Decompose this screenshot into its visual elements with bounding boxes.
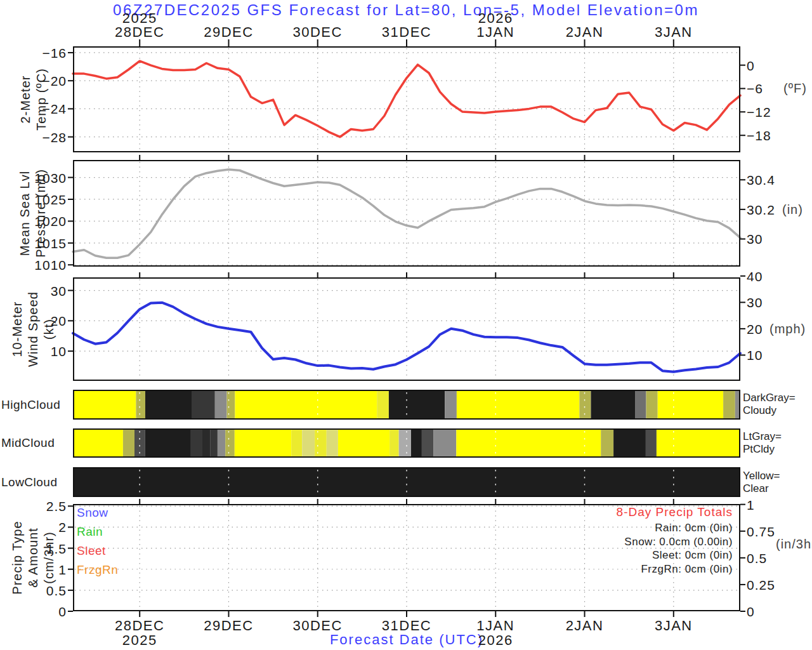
bottom-date-label: 31DEC	[382, 618, 431, 634]
bottom-date-label: 3JAN	[655, 618, 693, 634]
press-ytick-label: 1020	[17, 215, 67, 228]
wind-ytick-label: 30	[17, 284, 67, 297]
press-right-tick-label: 30.2	[747, 202, 775, 216]
cloud-legend-clear: Yellow= Clear	[743, 470, 780, 495]
top-date-label: 30DEC	[293, 24, 343, 41]
precip-ytick-label: 1.5	[17, 541, 67, 555]
precip-total-frzgrn: FrzgRn: 0cm (0in)	[417, 562, 733, 576]
precip-right-tick-label: 1	[747, 498, 755, 511]
lowcloud-bar	[73, 467, 740, 497]
highcloud-label: HighCloud	[1, 390, 72, 420]
top-date-label: 31DEC	[382, 24, 431, 41]
press-right-tick-label: 30	[747, 232, 763, 246]
precip-totals-title: 8-Day Precip Totals	[417, 505, 733, 519]
precip-legend-frzgrn: FrzgRn	[77, 564, 118, 576]
precip-right-tick-label: 0.25	[747, 578, 775, 591]
top-date-label: 3JAN	[655, 24, 693, 41]
press-plot	[73, 160, 740, 267]
wind-right-tick-label: 20	[747, 322, 763, 335]
press-ytick-label: 1015	[17, 236, 67, 249]
precip-total-sleet: Sleet: 0cm (0in)	[417, 548, 733, 562]
wind-ytick-label: 20	[17, 314, 67, 328]
precip-legend-rain: Rain	[77, 526, 103, 538]
highcloud-bar	[73, 390, 740, 420]
top-year-label: 2026	[478, 10, 513, 27]
press-ytick-label: 1025	[17, 192, 67, 206]
bottom-date-label: 29DEC	[204, 618, 253, 634]
top-date-label: 2JAN	[566, 24, 604, 41]
press-unit-label: (in)	[782, 203, 803, 216]
precip-total-rain: Rain: 0cm (0in)	[417, 521, 733, 535]
temp-right-tick-label: −12	[747, 105, 771, 119]
bottom-year-label: 2026	[478, 632, 513, 649]
press-ytick-label: 1010	[17, 258, 67, 272]
bottom-year-label: 2025	[122, 632, 157, 649]
precip-right-tick-label: 0	[747, 605, 755, 618]
precip-legend-sleet: Sleet	[77, 545, 106, 557]
gfs-meteogram: 06Z27DEC2025 GFS Forecast for Lat=80, Lo…	[0, 0, 812, 650]
cloud-legend-ptcldy: LtGray= PtCldy	[743, 430, 782, 456]
wind-ytick-label: 10	[17, 345, 67, 358]
temp-right-tick-label: −18	[747, 129, 771, 142]
lowcloud-label: LowCloud	[1, 467, 72, 497]
bottom-date-label: 2JAN	[566, 618, 604, 634]
temp-unit-label: (ºF)	[783, 82, 807, 95]
pressure-panel	[73, 160, 740, 267]
wind-right-tick-label: 30	[747, 296, 763, 309]
wind-plot	[73, 277, 740, 381]
precip-legend-snow: Snow	[77, 507, 108, 519]
precip-right-tick-label: 0.5	[747, 551, 767, 564]
cloud-bar-plot	[73, 467, 740, 497]
temp-plot	[73, 46, 740, 152]
bottom-date-label: 30DEC	[293, 618, 343, 634]
precip-totals-block: 8-Day Precip Totals Rain: 0cm (0in) Snow…	[417, 505, 733, 576]
temp-right-tick-label: −6	[747, 82, 763, 95]
wind-panel	[73, 277, 740, 381]
cloud-bar-plot	[73, 390, 740, 420]
wind-unit-label: (mph)	[769, 322, 806, 335]
top-year-label: 2025	[122, 10, 157, 27]
cloud-legend-cloudy: DarkGray= Cloudy	[743, 392, 796, 417]
precip-unit-label: (in/3hr)	[776, 538, 812, 550]
wind-right-tick-label: 10	[747, 348, 763, 362]
precip-right-tick-label: 0.75	[747, 524, 775, 538]
precip-ytick-label: 0.5	[17, 583, 67, 597]
wind-right-tick-label: 40	[747, 269, 763, 282]
midcloud-label: MidCloud	[1, 428, 72, 458]
precip-total-snow: Snow: 0.0cm (0.00in)	[417, 535, 733, 549]
precip-ytick-label: 2	[17, 521, 67, 534]
temp-right-tick-label: 0	[747, 58, 755, 72]
press-ytick-label: 1030	[17, 171, 67, 184]
midcloud-bar	[73, 428, 740, 458]
cloud-bar-plot	[73, 428, 740, 458]
press-right-tick-label: 30.4	[747, 173, 775, 187]
temp-ytick-label: −16	[17, 46, 67, 59]
temp-ytick-label: −24	[17, 102, 67, 116]
precip-ytick-label: 2.5	[17, 500, 67, 513]
precip-ytick-label: 0	[17, 605, 67, 618]
top-date-label: 29DEC	[204, 24, 253, 41]
temp-ytick-label: −28	[17, 130, 67, 143]
temp-panel	[73, 46, 740, 152]
precip-ytick-label: 1	[17, 562, 67, 576]
temp-ytick-label: −20	[17, 74, 67, 88]
